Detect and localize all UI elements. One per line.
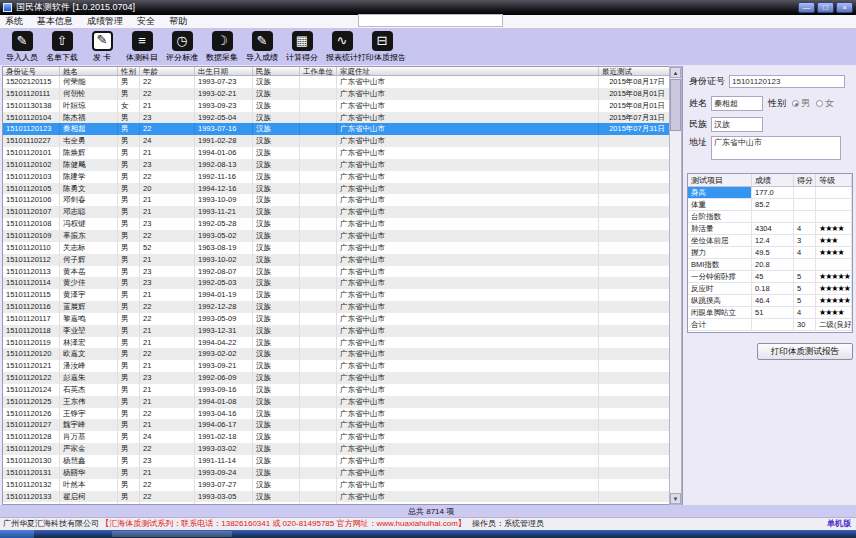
table-row[interactable]: 15101120116蓝展辉男221992-12-28汉族广东省中山市 — [3, 301, 681, 313]
ethnic-field[interactable]: 汉族 — [711, 117, 763, 132]
table-cell: 广东省中山市 — [337, 372, 599, 384]
result-row[interactable]: 合计30二级(良好) — [688, 319, 852, 331]
table-cell: 男 — [118, 337, 140, 349]
menu-item-帮助[interactable]: 帮助 — [169, 15, 187, 28]
table-row[interactable]: 15101120112何子辉男211993-10-02汉族广东省中山市 — [3, 254, 681, 266]
print-test-report-button[interactable]: 打印体质测试报告 — [757, 343, 853, 360]
table-row[interactable]: 15101120103陈建学男221992-11-16汉族广东省中山市 — [3, 171, 681, 183]
table-row[interactable]: 15101110227韦全勇男241991-02-28汉族广东省中山市 — [3, 135, 681, 147]
results-header: 测试项目成绩得分等级 — [688, 174, 852, 187]
scrollbar-thumb[interactable] — [670, 79, 681, 131]
id-field[interactable]: 15101120123 — [729, 75, 845, 88]
table-row[interactable]: 15101120130杨慧鑫男231991-11-14汉族广东省中山市 — [3, 455, 681, 467]
column-header-9[interactable]: 最近测试 — [599, 67, 671, 75]
scroll-down-icon[interactable]: ▼ — [670, 493, 681, 504]
table-row[interactable]: 15101120109辜振东男221993-05-02汉族广东省中山市 — [3, 230, 681, 242]
table-row[interactable]: 15101120126王铮宇男221993-04-16汉族广东省中山市 — [3, 408, 681, 420]
toolbar-button-3[interactable]: ✎发 卡 — [82, 31, 122, 64]
name-field[interactable]: 秦相超 — [711, 96, 763, 111]
table-row[interactable]: 15101120133翟启柯男221993-03-05汉族广东省中山市 — [3, 491, 681, 503]
table-row[interactable]: 15101120122彭嘉朱男231992-06-09汉族广东省中山市 — [3, 372, 681, 384]
company-status-bar: 广州华夏汇海科技有限公司 【汇海体质测试系列：联系电话：13826160341 … — [0, 517, 856, 530]
table-row[interactable]: 15101120124石英杰男211993-09-16汉族广东省中山市 — [3, 384, 681, 396]
table-row[interactable]: 15101120110关志标男521963-08-19汉族广东省中山市 — [3, 242, 681, 254]
table-row[interactable]: 15101120106邓剑春男211993-10-09汉族广东省中山市 — [3, 194, 681, 206]
menu-item-系统[interactable]: 系统 — [5, 15, 23, 28]
table-row[interactable]: 15101120117黎嘉鸣男221993-05-09汉族广东省中山市 — [3, 313, 681, 325]
table-row[interactable]: 15101120125王东伟男211994-01-08汉族广东省中山市 — [3, 396, 681, 408]
table-row[interactable]: 15101120104陈杰福男231992-05-04汉族广东省中山市2015年… — [3, 112, 681, 124]
column-header-5[interactable]: 出生日期 — [195, 67, 253, 75]
toolbar-button-8[interactable]: ▦计算得分 — [282, 31, 322, 64]
result-row[interactable]: 坐位体前屈12.43★★★ — [688, 235, 852, 247]
table-row[interactable]: 15101120102陈健飚男231992-08-13汉族广东省中山市 — [3, 159, 681, 171]
column-header-7[interactable]: 工作单位 — [300, 67, 337, 75]
search-input[interactable] — [358, 14, 503, 27]
result-row[interactable]: 肺活量43044★★★★ — [688, 223, 852, 235]
column-header-2[interactable]: 姓名 — [60, 67, 118, 75]
table-scrollbar[interactable]: ▲ ▼ — [669, 66, 682, 505]
table-row[interactable]: 15101120118李业堃男211993-12-31汉族广东省中山市 — [3, 325, 681, 337]
table-row[interactable]: 15101120105陈勇文男201994-12-16汉族广东省中山市 — [3, 183, 681, 195]
result-row[interactable]: 台阶指数 — [688, 211, 852, 223]
column-header-6[interactable]: 民族 — [253, 67, 300, 75]
table-row[interactable]: 15101120132叶然本男221993-07-27汉族广东省中山市 — [3, 479, 681, 491]
table-row[interactable]: 15101120119林泽宏男211994-04-22汉族广东省中山市 — [3, 337, 681, 349]
table-row[interactable]: 15101120101陈焕辉男211994-01-06汉族广东省中山市 — [3, 147, 681, 159]
gender-male-radio[interactable] — [792, 100, 799, 107]
result-row[interactable]: 闭眼单脚站立514★★★★ — [688, 307, 852, 319]
result-cell: ★★★★ — [816, 247, 852, 258]
table-row[interactable]: 15101120129严家金男221993-03-02汉族广东省中山市 — [3, 443, 681, 455]
result-cell: 体重 — [688, 199, 752, 210]
table-row[interactable]: 15101120107邓志聪男211993-11-21汉族广东省中山市 — [3, 206, 681, 218]
column-header-4[interactable]: 年龄 — [140, 67, 195, 75]
table-cell: 15101120125 — [3, 396, 60, 408]
table-row[interactable]: 15101120111何朝铨男221993-02-21汉族广东省中山市2015年… — [3, 88, 681, 100]
table-row[interactable]: 15101120108冯权键男231992-05-28汉族广东省中山市 — [3, 218, 681, 230]
result-row[interactable]: 纵跳摸高46.45★★★★★ — [688, 295, 852, 307]
table-row[interactable]: 15101130138叶姮琼女211993-09-23汉族广东省中山市2015年… — [3, 100, 681, 112]
gender-female-radio[interactable] — [816, 100, 823, 107]
title-bar[interactable]: 国民体测软件 [1.0.2015.0704] — □ × — [0, 0, 856, 15]
minimize-button[interactable]: — — [798, 2, 815, 13]
menu-item-安全[interactable]: 安全 — [137, 15, 155, 28]
column-header-8[interactable]: 家庭住址 — [337, 67, 599, 75]
menu-item-成绩管理[interactable]: 成绩管理 — [87, 15, 123, 28]
toolbar-button-6[interactable]: ☽数据采集 — [202, 31, 242, 64]
table-cell: 汉族 — [253, 76, 300, 88]
table-row[interactable]: 15101120114黄少佳男231992-05-03汉族广东省中山市 — [3, 277, 681, 289]
result-row[interactable]: 体重85.2 — [688, 199, 852, 211]
result-row[interactable]: 握力49.54★★★★ — [688, 247, 852, 259]
result-row[interactable]: BMI指数20.8 — [688, 259, 852, 271]
result-row[interactable]: 一分钟俯卧撑455★★★★★ — [688, 271, 852, 283]
table-row[interactable]: 15101120128肖万基男241991-02-18汉族广东省中山市 — [3, 431, 681, 443]
toolbar-button-4[interactable]: ≡体测科目 — [122, 31, 162, 64]
table-row[interactable]: 15101120113黄本岳男231992-08-07汉族广东省中山市 — [3, 266, 681, 278]
toolbar-button-2[interactable]: ⇧名单下载 — [42, 31, 82, 64]
scroll-up-icon[interactable]: ▲ — [670, 67, 681, 78]
table-row[interactable]: 15101120115黄泽宇男211994-01-19汉族广东省中山市 — [3, 289, 681, 301]
maximize-button[interactable]: □ — [817, 2, 834, 13]
toolbar-button-1[interactable]: ✎导入人员 — [2, 31, 42, 64]
table-row[interactable]: 15101120120欧嘉文男221993-02-02汉族广东省中山市 — [3, 348, 681, 360]
toolbar-button-9[interactable]: ∿报表统计 — [322, 31, 362, 64]
address-field[interactable]: 广东省中山市 — [711, 136, 841, 160]
result-row[interactable]: 身高177.0 — [688, 187, 852, 199]
toolbar-button-7[interactable]: ✎导入成绩 — [242, 31, 282, 64]
menu-item-基本信息[interactable]: 基本信息 — [37, 15, 73, 28]
taskbar[interactable] — [0, 530, 856, 538]
table-row[interactable]: 15101120131杨丽华男211993-09-24汉族广东省中山市 — [3, 467, 681, 479]
column-header-3[interactable]: 性别 — [118, 67, 140, 75]
table-row[interactable]: 15101120121潘汝峰男211993-09-21汉族广东省中山市 — [3, 360, 681, 372]
toolbar-button-5[interactable]: ◷评分标准 — [162, 31, 202, 64]
close-button[interactable]: × — [836, 2, 853, 13]
taskbar-items[interactable] — [112, 531, 232, 537]
start-button[interactable] — [0, 530, 34, 538]
table-row[interactable]: 15202120115何荣能男221993-07-23汉族广东省中山市2015年… — [3, 76, 681, 88]
column-header-1[interactable]: 身份证号 — [3, 67, 60, 75]
table-row[interactable]: 15101120123秦相超男221993-07-16汉族广东省中山市2015年… — [3, 123, 681, 135]
table-row[interactable]: 15101120127魏宇峰男211994-06-17汉族广东省中山市 — [3, 419, 681, 431]
table-cell: 1993-03-05 — [195, 491, 253, 503]
result-row[interactable]: 反应时0.185★★★★★ — [688, 283, 852, 295]
toolbar-button-10[interactable]: ⊟打印体质报告 — [362, 31, 402, 64]
